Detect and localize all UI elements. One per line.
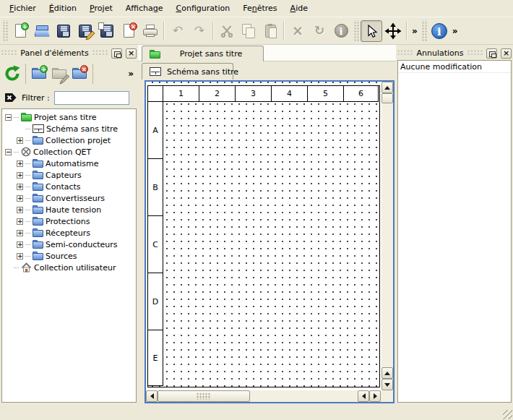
scroll-up-button[interactable] <box>381 367 393 379</box>
schema-icon <box>150 67 161 76</box>
scroll-up-button[interactable] <box>381 82 393 93</box>
edit-category-button[interactable] <box>49 64 69 84</box>
rotate-button[interactable]: ↻ <box>309 20 330 42</box>
pencil-icon <box>59 74 70 85</box>
about-qet-button[interactable]: i <box>428 20 450 42</box>
tree-item-capteurs[interactable]: +Capteurs <box>2 169 136 181</box>
tree-item-label: Semi-conducteurs <box>46 240 118 249</box>
tree-connector <box>25 210 30 210</box>
print-button[interactable] <box>139 20 161 42</box>
cut-button[interactable] <box>216 20 238 42</box>
tree-item-convertisseurs[interactable]: +Convertisseurs <box>2 192 136 204</box>
sheet-corner-cell <box>148 86 163 102</box>
save-all-button[interactable] <box>96 20 118 42</box>
toolbar-drag-handle[interactable] <box>421 20 427 42</box>
vertical-scrollbar[interactable] <box>381 82 393 390</box>
expand-icon[interactable]: + <box>17 160 23 167</box>
tree-item-haute-tension[interactable]: +Haute tension <box>2 204 136 215</box>
menu-edition[interactable]: Édition <box>43 0 83 17</box>
collapse-icon[interactable]: − <box>5 114 12 121</box>
scroll-down-button[interactable] <box>381 379 393 390</box>
undo-list-item[interactable]: Aucune modification <box>398 61 511 73</box>
delete-button[interactable]: × <box>287 20 309 42</box>
dock-drag-texture[interactable] <box>92 50 108 56</box>
open-document-button[interactable] <box>31 20 53 42</box>
save-as-button[interactable] <box>74 20 96 42</box>
diagram-sheet: 123456ABCDE <box>147 85 380 387</box>
expand-icon[interactable]: + <box>17 172 23 179</box>
expand-icon[interactable]: + <box>17 184 23 190</box>
menu-fenetres[interactable]: Fenêtres <box>236 0 283 17</box>
new-category-button[interactable]: + <box>29 64 49 84</box>
expand-icon[interactable]: + <box>17 207 23 213</box>
expand-icon[interactable]: + <box>17 195 23 202</box>
right-arrow-icon <box>374 393 377 399</box>
menu-configuration[interactable]: Configuration <box>169 0 236 17</box>
save-button[interactable] <box>53 20 74 42</box>
dock-float-button[interactable] <box>486 48 497 59</box>
copy-button[interactable] <box>238 20 259 42</box>
tree-item-recepteurs[interactable]: +Récepteurs <box>2 227 136 239</box>
expand-icon[interactable]: + <box>17 218 23 225</box>
delete-category-button[interactable]: × <box>69 64 90 84</box>
tree-item-collection-qet[interactable]: −Collection QET <box>2 146 136 158</box>
left-arrow-icon <box>362 393 366 399</box>
tree-item-automatisme[interactable]: +Automatisme <box>2 158 136 169</box>
menu-projet[interactable]: Projet <box>83 0 119 17</box>
panel-overflow-button[interactable]: » <box>126 69 136 79</box>
toolbar-drag-handle[interactable] <box>2 20 8 42</box>
scroll-left-button[interactable] <box>358 390 369 402</box>
filter-row: Filtrer : <box>0 88 138 107</box>
undo-panel-titlebar[interactable]: Annulations <box>397 46 512 60</box>
dock-float-button[interactable] <box>111 48 122 59</box>
toolbar-overflow-button[interactable]: » <box>410 26 420 36</box>
move-tool-button[interactable] <box>382 20 404 42</box>
expand-icon[interactable]: + <box>17 241 23 248</box>
paste-button[interactable] <box>259 20 281 42</box>
dock-drag-texture[interactable] <box>467 50 483 56</box>
project-tabbar: Projet sans titre <box>138 45 396 61</box>
menu-affichage[interactable]: Affichage <box>119 0 170 17</box>
diagram-canvas[interactable]: 123456ABCDE <box>146 82 381 390</box>
tree-item-contacts[interactable]: +Contacts <box>2 181 136 192</box>
redo-button[interactable]: ↷ <box>189 20 210 42</box>
tree-item-collection-utilisateur[interactable]: Collection utilisateur <box>2 262 136 273</box>
scroll-right-button[interactable] <box>369 390 381 402</box>
reload-collections-button[interactable] <box>2 64 22 84</box>
close-document-button[interactable]: × <box>118 20 139 42</box>
menu-fichier[interactable]: Fichier <box>3 0 43 17</box>
horizontal-scrollbar[interactable] <box>146 390 393 402</box>
toolbar-overflow-button[interactable]: » <box>450 26 460 36</box>
expand-icon[interactable]: + <box>17 253 23 260</box>
tree-item-collection-projet[interactable]: +Collection projet <box>2 134 136 146</box>
vertical-scroll-thumb[interactable] <box>381 93 393 103</box>
tree-item-semi-conducteurs[interactable]: +Semi-conducteurs <box>2 239 136 250</box>
resize-grip[interactable] <box>503 410 512 419</box>
element-info-button[interactable]: i <box>330 20 352 42</box>
new-document-button[interactable]: + <box>9 20 31 42</box>
clear-filter-button[interactable] <box>4 92 17 103</box>
dock-drag-texture[interactable] <box>1 50 17 56</box>
tree-connector <box>25 175 30 176</box>
project-tab[interactable]: Projet sans titre <box>142 46 264 61</box>
expand-icon[interactable]: + <box>17 137 23 144</box>
dock-close-button[interactable] <box>501 48 512 59</box>
elements-panel-titlebar[interactable]: Panel d'éléments <box>1 46 137 60</box>
menu-aide[interactable]: Aide <box>284 0 314 17</box>
expand-icon[interactable]: + <box>17 230 23 236</box>
dock-drag-texture[interactable] <box>397 50 413 56</box>
tree-item-protections[interactable]: +Protections <box>2 215 136 227</box>
scroll-left-button[interactable] <box>146 390 158 402</box>
horizontal-scroll-thumb[interactable] <box>158 390 250 402</box>
tree-item-schema-sans-titre[interactable]: Schéma sans titre <box>2 123 136 134</box>
collapse-icon[interactable]: − <box>5 149 12 155</box>
schema-tab[interactable]: Schéma sans titre <box>142 63 233 80</box>
filter-input[interactable] <box>54 91 129 105</box>
toolbar-drag-handle[interactable] <box>353 20 359 42</box>
dock-close-button[interactable] <box>126 48 137 59</box>
select-tool-button[interactable] <box>361 20 382 42</box>
tree-item-projet-sans-titre[interactable]: −Projet sans titre <box>2 111 136 123</box>
tree-item-label: Schéma sans titre <box>46 124 118 134</box>
tree-item-sources[interactable]: +Sources <box>2 250 136 262</box>
undo-button[interactable]: ↶ <box>167 20 189 42</box>
